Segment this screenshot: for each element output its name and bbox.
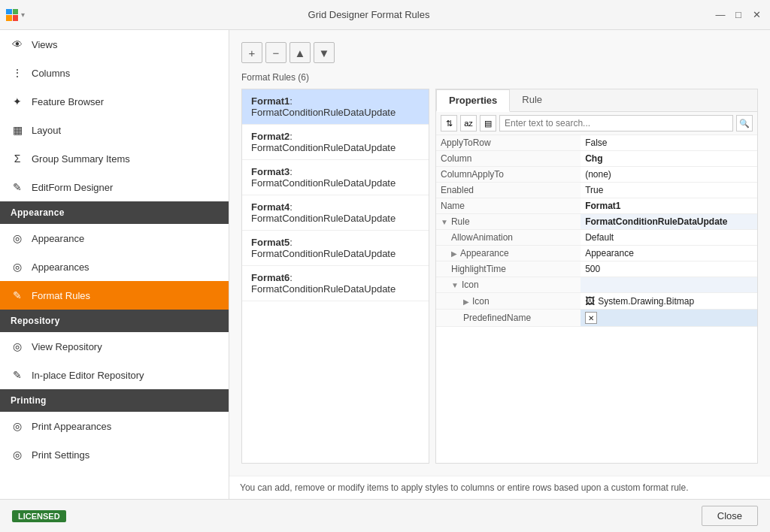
prop-row-name: Name Format1 — [436, 198, 757, 214]
prop-row-applytorow: ApplyToRow False — [436, 135, 757, 151]
prop-key-appearance: ▶Appearance — [436, 246, 581, 261]
sidebar-item-format-rules[interactable]: ✎ Format Rules — [0, 281, 229, 310]
footer-bar: LICENSED Close — [0, 499, 770, 532]
rule-item-1[interactable]: Format1: FormatConditionRuleDataUpdate — [242, 89, 429, 125]
sidebar-label-format-rules: Format Rules — [32, 290, 90, 301]
feature-browser-icon: ✦ — [11, 95, 24, 107]
app-icon: ▾ — [6, 9, 25, 21]
prop-row-icon-value: ▶Icon 🖼System.Drawing.Bitmap — [436, 293, 757, 310]
section-header-printing: Printing — [0, 389, 229, 412]
rule-type-2: FormatConditionRuleDataUpdate — [251, 142, 396, 153]
print-settings-icon: ◎ — [11, 449, 24, 461]
appearances-icon: ◎ — [11, 261, 24, 273]
icon-expand-icon[interactable]: ▼ — [451, 281, 459, 289]
rule-name-5: Format5 — [251, 237, 290, 248]
sidebar-item-print-appearances[interactable]: ◎ Print Appearances — [0, 412, 229, 440]
sidebar-item-columns[interactable]: ⋮ Columns — [0, 59, 229, 87]
predefined-name-x-icon: ✕ — [585, 312, 597, 324]
rule-name-3: Format3 — [251, 166, 290, 177]
licensed-badge: LICENSED — [12, 510, 66, 522]
group-summary-icon: Σ — [11, 153, 24, 165]
tab-properties[interactable]: Properties — [436, 89, 510, 112]
tabs-row: Properties Rule — [436, 89, 757, 112]
prop-row-icon-group: ▼Icon — [436, 277, 757, 293]
rule-name-1: Format1 — [251, 95, 290, 107]
close-button[interactable]: Close — [702, 506, 758, 526]
prop-row-highlighttime: HighlightTime 500 — [436, 261, 757, 277]
sidebar-item-appearances[interactable]: ◎ Appearances — [0, 252, 229, 281]
sort-asc-btn[interactable]: ⇅ — [441, 115, 457, 131]
sidebar-item-editform-designer[interactable]: ✎ EditForm Designer — [0, 173, 229, 201]
sidebar: 👁 Views ⋮ Columns ✦ Feature Browser ▦ La… — [0, 30, 229, 499]
rule-item-6[interactable]: Format6: FormatConditionRuleDataUpdate — [242, 266, 429, 301]
prop-val-predefinedname[interactable]: ✕ — [581, 310, 757, 327]
prop-row-predefinedname[interactable]: PredefinedName ✕ — [436, 310, 757, 327]
icon-value-expand[interactable]: ▶ — [463, 298, 469, 306]
move-down-button[interactable]: ▼ — [314, 42, 335, 63]
prop-val-applytorow: False — [581, 135, 757, 151]
main-layout: 👁 Views ⋮ Columns ✦ Feature Browser ▦ La… — [0, 30, 770, 499]
rule-item-3[interactable]: Format3: FormatConditionRuleDataUpdate — [242, 160, 429, 195]
appearance-expand-icon[interactable]: ▶ — [451, 249, 457, 258]
sidebar-label-group-summary: Group Summary Items — [32, 153, 130, 165]
rule-name-4: Format4 — [251, 201, 290, 213]
sidebar-label-views: Views — [32, 39, 57, 50]
prop-val-enabled: True — [581, 183, 757, 198]
search-button[interactable]: 🔍 — [736, 115, 753, 131]
rule-item-4[interactable]: Format4: FormatConditionRuleDataUpdate — [242, 195, 429, 231]
sidebar-label-columns: Columns — [32, 68, 70, 79]
rule-item-5[interactable]: Format5: FormatConditionRuleDataUpdate — [242, 231, 429, 266]
prop-key-applytorow: ApplyToRow — [436, 135, 581, 151]
sidebar-label-editform: EditForm Designer — [32, 182, 113, 193]
rule-name-6: Format6 — [251, 272, 290, 283]
prop-key-columnapplyto: ColumnApplyTo — [436, 167, 581, 183]
rule-expand-icon[interactable]: ▼ — [441, 218, 448, 226]
minimize-button[interactable]: — — [713, 8, 728, 23]
prop-val-highlighttime: 500 — [581, 261, 757, 277]
prop-key-enabled: Enabled — [436, 183, 581, 198]
section-header-appearance: Appearance — [0, 201, 229, 224]
sidebar-item-view-repository[interactable]: ◎ View Repository — [0, 332, 229, 361]
categorize-btn[interactable]: ▤ — [480, 115, 496, 131]
sidebar-label-inplace-editor: In-place Editor Repository — [32, 370, 144, 381]
appearance-icon: ◎ — [11, 232, 24, 244]
properties-table: ApplyToRow False Column Chg ColumnApplyT… — [436, 135, 757, 327]
sort-alpha-btn[interactable]: az — [460, 115, 477, 131]
editform-icon: ✎ — [11, 181, 24, 193]
prop-val-column: Chg — [581, 151, 757, 167]
rule-type-3: FormatConditionRuleDataUpdate — [251, 177, 396, 189]
sidebar-item-print-settings[interactable]: ◎ Print Settings — [0, 440, 229, 469]
split-panel: Format1: FormatConditionRuleDataUpdate F… — [241, 89, 758, 464]
sidebar-label-print-appearances: Print Appearances — [32, 421, 111, 432]
prop-key-rule: ▼Rule — [436, 214, 581, 230]
search-input[interactable] — [499, 115, 733, 131]
rule-type-1: FormatConditionRuleDataUpdate — [251, 107, 396, 118]
format-rules-label: Format Rules (6) — [241, 72, 758, 83]
print-appearances-icon: ◎ — [11, 420, 24, 432]
sidebar-item-layout[interactable]: ▦ Layout — [0, 116, 229, 144]
toolbar: + − ▲ ▼ — [241, 42, 758, 63]
add-button[interactable]: + — [241, 42, 262, 63]
tab-rule[interactable]: Rule — [510, 89, 554, 111]
views-icon: 👁 — [11, 38, 24, 50]
rule-item-2[interactable]: Format2: FormatConditionRuleDataUpdate — [242, 125, 429, 160]
content-inner: + − ▲ ▼ Format Rules (6) Format1: Format… — [229, 30, 770, 476]
prop-key-name: Name — [436, 198, 581, 214]
sidebar-item-appearance[interactable]: ◎ Appearance — [0, 224, 229, 252]
prop-key-allowanimation: AllowAnimation — [436, 230, 581, 246]
prop-val-rule: FormatConditionRuleDataUpdate — [581, 214, 757, 230]
maximize-button[interactable]: □ — [731, 8, 746, 23]
sidebar-label-appearance: Appearance — [32, 233, 84, 244]
sidebar-item-inplace-editor-repository[interactable]: ✎ In-place Editor Repository — [0, 361, 229, 389]
hint-bar: You can add, remove or modify items to a… — [229, 476, 770, 499]
prop-key-predefinedname: PredefinedName — [436, 310, 581, 327]
close-window-button[interactable]: ✕ — [749, 8, 764, 23]
sidebar-item-group-summary-items[interactable]: Σ Group Summary Items — [0, 144, 229, 173]
remove-button[interactable]: − — [265, 42, 286, 63]
sidebar-item-views[interactable]: 👁 Views — [0, 30, 229, 59]
sidebar-item-feature-browser[interactable]: ✦ Feature Browser — [0, 87, 229, 116]
rule-type-6: FormatConditionRuleDataUpdate — [251, 283, 396, 295]
move-up-button[interactable]: ▲ — [290, 42, 311, 63]
prop-row-columnapplyto: ColumnApplyTo (none) — [436, 167, 757, 183]
inplace-editor-icon: ✎ — [11, 369, 24, 381]
